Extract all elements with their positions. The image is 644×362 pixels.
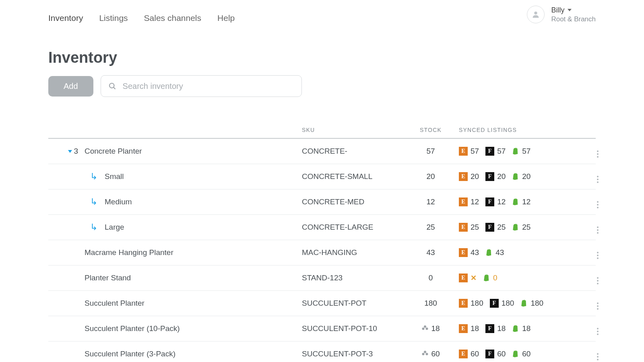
listing-value: 180	[471, 299, 483, 308]
user-menu[interactable]: Billy Root & Branch	[527, 6, 596, 23]
bundle-icon	[421, 325, 429, 333]
nav-inventory[interactable]: Inventory	[48, 13, 83, 23]
synced-listing: E43	[459, 248, 479, 257]
etsy-icon: E	[459, 299, 468, 308]
sku-value: SUCCULENT-POT	[302, 299, 366, 307]
synced-listing: 57	[512, 147, 530, 156]
nav-help[interactable]: Help	[217, 13, 235, 23]
svg-point-0	[535, 12, 537, 14]
item-name: Succulent Planter (3-Pack)	[85, 350, 175, 358]
listing-value: 18	[497, 324, 506, 333]
svg-line-2	[114, 87, 115, 89]
synced-listing: 0	[483, 274, 497, 282]
stock-value: 20	[426, 172, 435, 181]
listing-value: 60	[522, 350, 530, 358]
row-menu-button[interactable]	[588, 221, 608, 234]
etsy-icon: E	[459, 147, 468, 156]
table-row[interactable]: 3 Concrete Planter CONCRETE- 57 E57F5757	[48, 139, 596, 164]
table-row[interactable]: Macrame Hanging Planter MAC-HANGING 43 E…	[48, 240, 596, 265]
table-row[interactable]: Succulent Planter (3-Pack) SUCCULENT-POT…	[48, 341, 596, 362]
faire-icon: F	[485, 324, 494, 333]
search-input[interactable]	[122, 81, 294, 91]
more-vertical-icon	[597, 226, 599, 234]
stock-value: 25	[426, 223, 435, 232]
topbar: Inventory Listings Sales channels Help B…	[0, 0, 644, 29]
synced-listing: 25	[512, 223, 530, 232]
table-row[interactable]: Succulent Planter (10-Pack) SUCCULENT-PO…	[48, 316, 596, 341]
shopify-icon	[512, 325, 519, 333]
stock-value: 57	[426, 147, 435, 156]
stock-value: 180	[424, 299, 437, 308]
listing-value: 43	[495, 248, 504, 257]
more-vertical-icon	[597, 201, 599, 208]
listing-value: 20	[497, 172, 506, 181]
sku-value: MAC-HANGING	[302, 248, 357, 257]
sku-value: CONCRETE-LARGE	[302, 223, 373, 231]
item-name: Concrete Planter	[85, 147, 142, 155]
synced-listing: F57	[485, 147, 506, 156]
svg-point-8	[424, 351, 426, 353]
table-row[interactable]: ↳Large CONCRETE-LARGE 25 E25F2525	[48, 215, 596, 240]
synced-listing: F18	[485, 324, 506, 333]
search-wrap[interactable]	[101, 75, 302, 97]
listing-value: 20	[522, 172, 530, 181]
listing-value: 12	[522, 197, 530, 206]
stock-value: 0	[429, 274, 433, 282]
row-menu-button[interactable]	[588, 272, 608, 284]
synced-listing: 18	[512, 324, 530, 333]
synced-listing: E✕	[459, 274, 477, 282]
row-menu-button[interactable]	[588, 196, 608, 208]
row-menu-button[interactable]	[588, 348, 608, 360]
stock-value: 60	[431, 350, 440, 358]
synced-listing: F60	[485, 350, 506, 358]
row-menu-button[interactable]	[588, 171, 608, 183]
listing-value: 57	[497, 147, 506, 156]
row-menu-button[interactable]	[588, 145, 608, 158]
person-icon	[531, 10, 540, 19]
listing-value: 180	[502, 299, 514, 308]
listing-value: 25	[471, 223, 479, 232]
shopify-icon	[512, 198, 519, 206]
more-vertical-icon	[597, 302, 599, 310]
expand-caret-icon[interactable]	[68, 150, 72, 153]
listing-value: 12	[497, 197, 506, 206]
synced-listing: E12	[459, 197, 479, 206]
item-name: Planter Stand	[85, 274, 131, 282]
sku-value: SUCCULENT-POT-10	[302, 324, 377, 333]
avatar	[527, 6, 545, 23]
listing-value: 12	[471, 197, 479, 206]
listing-value: 57	[471, 147, 479, 156]
shopify-icon	[520, 299, 528, 307]
table-row[interactable]: ↳Small CONCRETE-SMALL 20 E20F2020	[48, 164, 596, 189]
etsy-icon: E	[459, 350, 468, 358]
row-menu-button[interactable]	[588, 323, 608, 335]
etsy-icon: E	[459, 248, 468, 257]
listing-value: 60	[497, 350, 506, 358]
listing-value: 43	[471, 248, 479, 257]
user-company: Root & Branch	[551, 15, 596, 23]
etsy-icon: E	[459, 197, 468, 206]
item-name: Medium	[105, 197, 132, 206]
item-name: Large	[105, 223, 124, 232]
nav-sales-channels[interactable]: Sales channels	[144, 13, 201, 23]
row-menu-button[interactable]	[588, 297, 608, 310]
caret-down-icon	[568, 9, 572, 11]
synced-listing: 60	[512, 350, 530, 358]
search-icon	[108, 82, 116, 90]
synced-listing: E57	[459, 147, 479, 156]
synced-listing: E18	[459, 324, 479, 333]
table-row[interactable]: ↳Medium CONCRETE-MED 12 E12F1212	[48, 189, 596, 215]
row-menu-button[interactable]	[588, 247, 608, 259]
table-row[interactable]: Planter Stand STAND-123 0 E✕0	[48, 265, 596, 291]
inventory-table: SKU STOCK SYNCED LISTINGS 3 Concrete Pla…	[48, 123, 596, 362]
listing-value: 25	[497, 223, 506, 232]
faire-icon: F	[485, 223, 494, 232]
col-header-stock: STOCK	[402, 127, 459, 133]
synced-listing: E25	[459, 223, 479, 232]
variant-arrow-icon: ↳	[90, 197, 97, 207]
nav-listings[interactable]: Listings	[99, 13, 128, 23]
stock-value: 43	[426, 248, 435, 257]
synced-listing: E20	[459, 172, 479, 181]
add-button[interactable]: Add	[48, 76, 93, 97]
table-row[interactable]: Succulent Planter SUCCULENT-POT 180 E180…	[48, 291, 596, 316]
